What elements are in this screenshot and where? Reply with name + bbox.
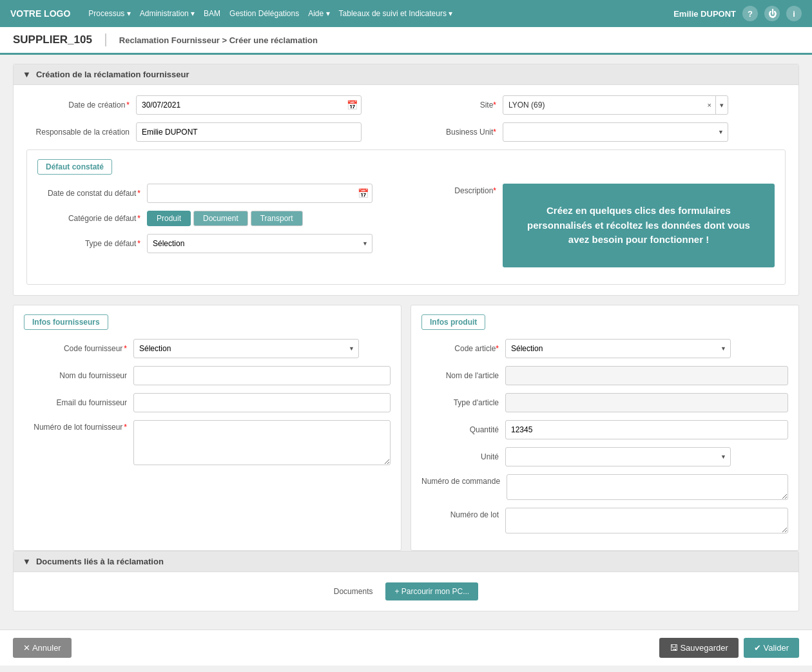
upload-button[interactable]: + Parcourir mon PC...	[385, 582, 478, 600]
creation-card-body: Date de création* 📅 Responsable de la cr…	[14, 85, 798, 295]
footer-right: 🖫 Sauvegarder ✔ Valider	[659, 638, 799, 658]
type-article-row: Type d'article	[421, 393, 788, 412]
code-article-select[interactable]: Sélection	[505, 339, 731, 358]
site-select-wrapper: LYON (69) × ▾	[503, 95, 728, 115]
business-unit-label: Business Unit*	[419, 128, 496, 137]
creation-form: Date de création* 📅 Responsable de la cr…	[26, 95, 786, 149]
defaut-form: Date de constat du défaut* 📅 Catégorie d…	[37, 184, 775, 275]
infos-panels-row: Infos fournisseurs Code fournisseur* Sél…	[13, 305, 799, 551]
defaut-section: Défaut constaté Date de constat du défau…	[26, 149, 786, 285]
site-row: Site* LYON (69) × ▾	[419, 95, 786, 115]
navbar-right: Emilie DUPONT ? ⏻ i	[673, 6, 802, 21]
email-fournisseur-row: Email du fournisseur	[24, 393, 391, 412]
promo-box: Créez en quelques clics des formulaires …	[503, 184, 775, 267]
responsable-label: Responsable de la création	[26, 128, 130, 137]
nom-fournisseur-input[interactable]	[133, 366, 391, 385]
quantite-input[interactable]	[505, 420, 788, 439]
date-constat-row: Date de constat du défaut* 📅	[37, 184, 393, 203]
categorie-transport-button[interactable]: Transport	[251, 211, 303, 226]
numero-lot-produit-input[interactable]	[505, 508, 788, 533]
unite-label: Unité	[421, 452, 499, 461]
breadcrumb-bar: SUPPLIER_105 Reclamation Fournisseur > C…	[0, 27, 812, 55]
navbar-item-aide[interactable]: Aide ▾	[308, 9, 329, 18]
nom-fournisseur-row: Nom du fournisseur	[24, 366, 391, 385]
calendar-icon[interactable]: 📅	[347, 100, 358, 110]
type-defaut-row: Type de défaut* Sélection	[37, 234, 393, 253]
business-unit-row: Business Unit*	[419, 122, 786, 142]
documents-label: Documents	[334, 587, 373, 596]
nom-fournisseur-label: Nom du fournisseur	[24, 371, 127, 380]
responsable-row: Responsable de la création	[26, 122, 393, 142]
navbar-menu: Processus ▾ Administration ▾ BAM Gestion…	[88, 9, 662, 18]
numero-commande-input[interactable]	[507, 474, 788, 500]
validate-button[interactable]: ✔ Valider	[744, 638, 799, 658]
creation-card-title: Création de la réclamation fournisseur	[36, 70, 189, 79]
nom-article-input[interactable]	[505, 366, 788, 385]
description-row: Description* Créez en quelques clics des…	[419, 184, 775, 267]
unite-row: Unité	[421, 447, 788, 466]
code-article-row: Code article* Sélection	[421, 339, 788, 358]
quantite-label: Quantité	[421, 425, 499, 434]
site-clear-button[interactable]: ×	[704, 96, 716, 114]
email-fournisseur-input[interactable]	[133, 393, 391, 412]
code-fournisseur-row: Code fournisseur* Sélection	[24, 339, 391, 358]
nom-article-label: Nom de l'article	[421, 371, 499, 380]
calendar-icon-2[interactable]: 📅	[358, 188, 369, 198]
navbar-logo: VOTRE LOGO	[10, 8, 70, 19]
breadcrumb-path-text: Reclamation Fournisseur >	[119, 35, 229, 45]
numero-lot-fournisseur-row: Numéro de lot fournisseur*	[24, 420, 391, 465]
description-label: Description*	[419, 184, 496, 195]
type-defaut-label: Type de défaut*	[37, 239, 140, 248]
code-article-select-wrapper: Sélection	[505, 339, 731, 358]
date-creation-input-wrapper: 📅	[136, 95, 362, 115]
main-content: ▼ Création de la réclamation fournisseur…	[0, 55, 812, 629]
date-creation-label: Date de création*	[26, 101, 130, 110]
creation-card: ▼ Création de la réclamation fournisseur…	[13, 64, 799, 296]
site-label: Site*	[419, 101, 496, 110]
responsable-input[interactable]	[136, 122, 362, 142]
footer-bar: ✕ Annuler 🖫 Sauvegarder ✔ Valider	[0, 629, 812, 666]
help-icon-button[interactable]: ?	[742, 6, 758, 21]
creation-card-header[interactable]: ▼ Création de la réclamation fournisseur	[14, 64, 798, 85]
type-defaut-select[interactable]: Sélection	[147, 234, 372, 253]
infos-produit-label: Infos produit	[421, 314, 485, 330]
breadcrumb: Reclamation Fournisseur > Créer une récl…	[119, 35, 318, 45]
navbar-item-administration[interactable]: Administration ▾	[140, 9, 195, 18]
categorie-row: Catégorie de défaut* Produit Document Tr…	[37, 211, 393, 226]
navbar-item-gestion[interactable]: Gestion Délégations	[229, 9, 299, 18]
code-fournisseur-select[interactable]: Sélection	[133, 339, 359, 358]
date-constat-label: Date de constat du défaut*	[37, 189, 140, 198]
navbar-item-bam[interactable]: BAM	[204, 9, 220, 18]
business-unit-select[interactable]	[503, 122, 728, 142]
categorie-label: Catégorie de défaut*	[37, 214, 140, 223]
save-button[interactable]: 🖫 Sauvegarder	[659, 638, 739, 658]
categorie-produit-button[interactable]: Produit	[147, 211, 191, 226]
unite-select[interactable]	[505, 447, 731, 466]
categorie-document-button[interactable]: Document	[193, 211, 248, 226]
navbar-username: Emilie DUPONT	[673, 9, 736, 19]
site-dropdown-icon[interactable]: ▾	[716, 96, 728, 114]
cancel-button[interactable]: ✕ Annuler	[13, 638, 72, 658]
quantite-row: Quantité	[421, 420, 788, 439]
breadcrumb-supplier: SUPPLIER_105	[13, 34, 106, 46]
code-fournisseur-label: Code fournisseur*	[24, 344, 127, 353]
chevron-down-icon: ▼	[23, 70, 31, 79]
navbar-item-processus[interactable]: Processus ▾	[88, 9, 130, 18]
numero-lot-fournisseur-label: Numéro de lot fournisseur*	[24, 420, 127, 432]
type-defaut-select-wrapper: Sélection	[147, 234, 372, 253]
power-icon-button[interactable]: ⏻	[764, 6, 780, 21]
date-constat-input[interactable]	[147, 184, 372, 203]
date-creation-input[interactable]	[136, 95, 362, 115]
numero-commande-label: Numéro de commande	[421, 474, 500, 486]
defaut-section-label: Défaut constaté	[37, 159, 112, 175]
numero-lot-fournisseur-input[interactable]	[133, 420, 391, 465]
breadcrumb-current: Créer une réclamation	[229, 35, 318, 45]
creation-left-col: Date de création* 📅 Responsable de la cr…	[26, 95, 393, 149]
type-article-input[interactable]	[505, 393, 788, 412]
defaut-left: Date de constat du défaut* 📅 Catégorie d…	[37, 184, 393, 275]
info-icon-button[interactable]: i	[786, 6, 802, 21]
creation-right-col: Site* LYON (69) × ▾ Business Unit*	[419, 95, 786, 149]
numero-lot-produit-label: Numéro de lot	[421, 508, 499, 519]
documents-card-header[interactable]: ▼ Documents liés à la réclamation	[14, 552, 798, 572]
navbar-item-tableaux[interactable]: Tableaux de suivi et Indicateurs ▾	[339, 9, 453, 18]
